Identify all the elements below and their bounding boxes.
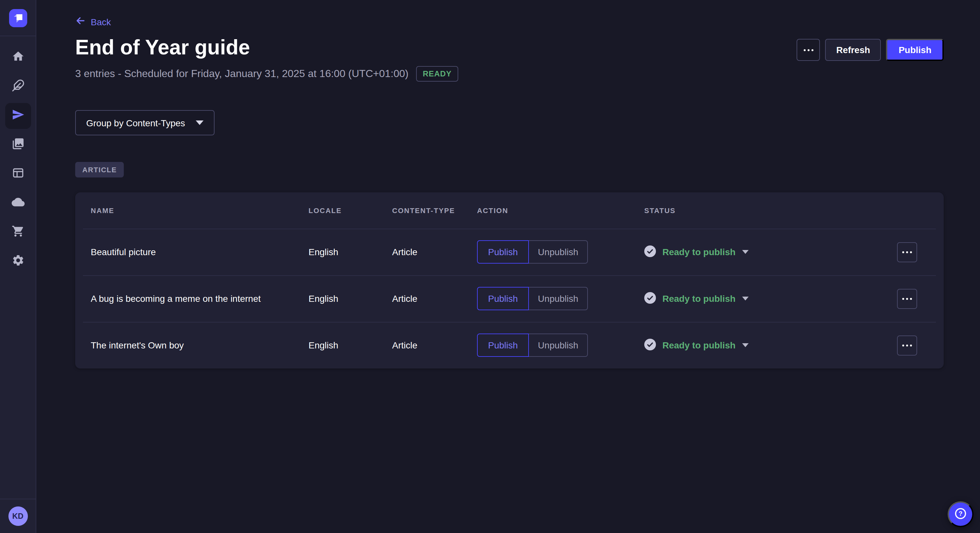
- entry-content-type: Article: [392, 293, 477, 304]
- app-window: KD Back End of Year guide 3 entries - Sc…: [0, 0, 980, 533]
- entry-status-dropdown[interactable]: Ready to publish: [644, 245, 885, 259]
- layout-icon: [11, 166, 24, 182]
- column-header-action: ACTION: [477, 206, 644, 214]
- column-header-status: STATUS: [644, 206, 885, 214]
- sidebar-item-settings[interactable]: [3, 247, 32, 276]
- content-type-group-chip: ARTICLE: [75, 162, 124, 178]
- entry-content-type: Article: [392, 247, 477, 257]
- action-toggle: Publish Unpublish: [477, 333, 644, 357]
- entry-locale: English: [309, 340, 392, 351]
- group-by-value: Group by Content-Types: [86, 117, 185, 128]
- entry-locale: English: [309, 247, 392, 257]
- action-toggle: Publish Unpublish: [477, 240, 644, 263]
- action-toggle: Publish Unpublish: [477, 287, 644, 310]
- column-header-name: NAME: [91, 206, 309, 214]
- entry-name: A bug is becoming a meme on the internet: [91, 293, 309, 304]
- chevron-down-icon: [196, 121, 203, 125]
- table-row: A bug is becoming a meme on the internet…: [75, 275, 944, 322]
- active-nav-highlight: [5, 103, 31, 128]
- table-row: Beautiful picture English Article Publis…: [75, 228, 944, 275]
- entry-name: Beautiful picture: [91, 247, 309, 257]
- workspace-logo-button[interactable]: [0, 0, 36, 36]
- table-header-row: NAME LOCALE CONTENT-TYPE ACTION STATUS: [75, 192, 944, 228]
- question-mark-circle-icon: ?: [954, 507, 967, 522]
- release-more-button[interactable]: [797, 39, 820, 61]
- back-link[interactable]: Back: [75, 16, 111, 28]
- check-circle-icon: [644, 292, 656, 305]
- entry-status-dropdown[interactable]: Ready to publish: [644, 292, 885, 305]
- sidebar-item-releases[interactable]: [3, 101, 32, 130]
- more-horizontal-icon: [902, 344, 912, 346]
- media-library-icon: [11, 137, 24, 152]
- cart-icon: [11, 224, 24, 240]
- paper-plane-icon: [11, 108, 24, 124]
- page-subtitle-row: 3 entries - Scheduled for Friday, Januar…: [75, 66, 458, 82]
- row-unpublish-button[interactable]: Unpublish: [529, 287, 588, 310]
- column-header-locale: LOCALE: [309, 206, 392, 214]
- more-horizontal-icon: [902, 251, 912, 253]
- more-horizontal-icon: [902, 298, 912, 300]
- row-unpublish-button[interactable]: Unpublish: [529, 333, 588, 357]
- sidebar-item-content-manager[interactable]: [3, 159, 32, 189]
- sidebar-item-marketplace[interactable]: [3, 217, 32, 247]
- entry-locale: English: [309, 293, 392, 304]
- entry-name: The internet's Own boy: [91, 340, 309, 351]
- refresh-button[interactable]: Refresh: [826, 39, 881, 61]
- arrow-left-icon: [75, 16, 86, 28]
- cloud-icon: [11, 195, 24, 211]
- sidebar-nav: [3, 43, 32, 276]
- group-by-select[interactable]: Group by Content-Types: [75, 110, 214, 135]
- header-actions: Refresh Publish: [797, 39, 944, 61]
- sidebar: KD: [0, 0, 36, 533]
- feather-icon: [11, 79, 24, 94]
- row-publish-button[interactable]: Publish: [477, 333, 529, 357]
- status-badge: READY: [416, 66, 458, 82]
- check-circle-icon: [644, 245, 656, 259]
- column-header-content-type: CONTENT-TYPE: [392, 206, 477, 214]
- sidebar-item-home[interactable]: [3, 43, 32, 72]
- home-icon: [11, 49, 24, 65]
- row-menu-button[interactable]: [897, 242, 917, 262]
- entry-status-label: Ready to publish: [662, 340, 736, 351]
- back-label: Back: [91, 16, 111, 27]
- chevron-down-icon: [742, 343, 749, 347]
- page-header-left: End of Year guide 3 entries - Scheduled …: [75, 35, 458, 82]
- chevron-down-icon: [742, 297, 749, 300]
- publish-release-button[interactable]: Publish: [886, 39, 944, 61]
- row-menu-button[interactable]: [897, 289, 917, 309]
- user-avatar[interactable]: KD: [8, 506, 27, 526]
- svg-text:?: ?: [959, 510, 963, 517]
- entry-status-dropdown[interactable]: Ready to publish: [644, 338, 885, 352]
- more-horizontal-icon: [804, 49, 813, 51]
- sidebar-item-content[interactable]: [3, 72, 32, 101]
- table-row: The internet's Own boy English Article P…: [75, 322, 944, 368]
- row-menu-button[interactable]: [897, 335, 917, 355]
- sidebar-item-media-library[interactable]: [3, 130, 32, 159]
- row-publish-button[interactable]: Publish: [477, 287, 529, 310]
- entry-content-type: Article: [392, 340, 477, 351]
- row-unpublish-button[interactable]: Unpublish: [529, 240, 588, 263]
- gear-icon: [11, 254, 24, 269]
- check-circle-icon: [644, 338, 656, 352]
- release-schedule-text: 3 entries - Scheduled for Friday, Januar…: [75, 68, 408, 80]
- page-title: End of Year guide: [75, 35, 458, 60]
- sidebar-footer: KD: [0, 499, 36, 533]
- entry-status-label: Ready to publish: [662, 293, 736, 304]
- entries-table: NAME LOCALE CONTENT-TYPE ACTION STATUS B…: [75, 192, 944, 368]
- entry-status-label: Ready to publish: [662, 247, 736, 257]
- strapi-logo-icon: [9, 9, 27, 27]
- chevron-down-icon: [742, 250, 749, 254]
- row-publish-button[interactable]: Publish: [477, 240, 529, 263]
- sidebar-item-deploy[interactable]: [3, 189, 32, 217]
- main-content: Back End of Year guide 3 entries - Sched…: [36, 0, 980, 533]
- page-header: End of Year guide 3 entries - Scheduled …: [75, 35, 944, 82]
- help-button[interactable]: ?: [948, 501, 974, 527]
